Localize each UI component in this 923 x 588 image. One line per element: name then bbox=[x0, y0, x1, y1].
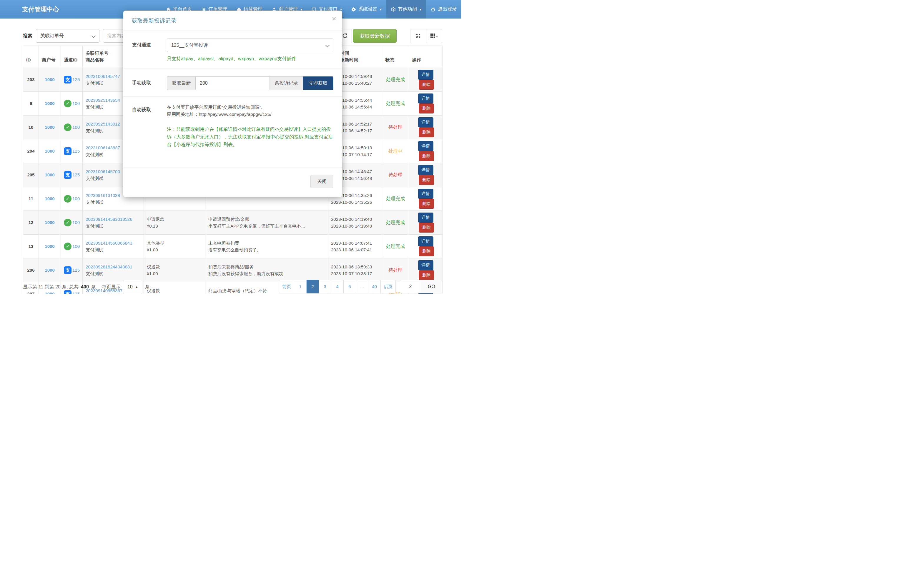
delete-button[interactable]: 删除 bbox=[419, 175, 434, 185]
order-number-link[interactable]: 20230916131038 bbox=[85, 193, 120, 198]
channel-section: 支付通道 125__支付宝投诉 只支持alipay、alipaysl、alipa… bbox=[123, 31, 342, 69]
modal-note: 注：只能获取到用户在【账单详情->对此订单有疑问->交易投诉】入口提交的投诉（大… bbox=[123, 118, 342, 167]
page-jump-go-button[interactable]: GO bbox=[421, 280, 442, 293]
merchant-link[interactable]: 1000 bbox=[45, 101, 54, 106]
order-number-link[interactable]: 20230925143654 bbox=[85, 98, 120, 103]
cell-id: 203 bbox=[23, 68, 39, 92]
fetch-count-input[interactable] bbox=[195, 77, 269, 90]
detail-button[interactable]: 详情 bbox=[418, 236, 434, 246]
cell-id: 12 bbox=[23, 211, 39, 234]
order-number-link[interactable]: 20231006143837 bbox=[85, 145, 120, 150]
order-number-link[interactable]: 20230925143012 bbox=[85, 121, 120, 126]
delete-button[interactable]: 删除 bbox=[419, 199, 434, 209]
merchant-link[interactable]: 1000 bbox=[45, 124, 54, 129]
detail-button[interactable]: 详情 bbox=[418, 117, 434, 127]
merchant-link[interactable]: 1000 bbox=[45, 220, 54, 225]
complaint-reason: 未充电但被扣费 bbox=[208, 240, 325, 246]
search-label: 搜索 bbox=[23, 33, 32, 39]
delete-button[interactable]: 删除 bbox=[419, 127, 434, 137]
fetch-complaints-modal: 获取最新投诉记录 × 支付通道 125__支付宝投诉 只支持alipay、ali… bbox=[123, 11, 342, 197]
complaint-type: 仅退款 bbox=[147, 264, 202, 270]
delete-button[interactable]: 删除 bbox=[419, 151, 434, 161]
detail-button[interactable]: 详情 bbox=[418, 165, 434, 175]
payment-channel-value: 125__支付宝投诉 bbox=[171, 43, 208, 49]
pager-page-button[interactable]: 后页 bbox=[381, 280, 396, 293]
payment-admin-page: 支付管理中心 平台首页 订单管理 结算管理 商户管理 支付接口 系统设置 其他功… bbox=[0, 0, 462, 294]
complaint-content: 扣费后没有获得该服务，助力没有成功 bbox=[208, 270, 325, 277]
merchant-link[interactable]: 1000 bbox=[45, 267, 54, 272]
status-badge: 处理完成 bbox=[386, 244, 405, 249]
detail-button[interactable]: 详情 bbox=[418, 189, 434, 199]
gear-icon bbox=[351, 7, 356, 12]
nav-item-gear[interactable]: 系统设置 bbox=[347, 0, 386, 18]
pager-page-button[interactable]: 2 bbox=[307, 280, 319, 293]
pager-page-button[interactable]: 3 bbox=[319, 280, 331, 293]
complaint-time: 2023-10-06 13:59:33 bbox=[331, 264, 379, 270]
merchant-link[interactable]: 1000 bbox=[45, 149, 54, 154]
auto-fetch-label: 自动获取 bbox=[132, 104, 167, 118]
detail-button[interactable]: 详情 bbox=[418, 141, 434, 151]
manual-fetch-label: 手动获取 bbox=[132, 77, 167, 90]
delete-button[interactable]: 删除 bbox=[419, 80, 434, 90]
channel-id: 125 bbox=[72, 267, 80, 274]
column-header: 操作 bbox=[409, 46, 442, 68]
delete-button[interactable]: 删除 bbox=[419, 223, 434, 233]
wechat-icon: ✓ bbox=[64, 100, 72, 107]
wechat-icon: ✓ bbox=[64, 219, 72, 226]
column-header: 商户号 bbox=[39, 46, 61, 68]
cell-id: 9 bbox=[23, 92, 39, 116]
pager-page-button[interactable]: 5 bbox=[344, 280, 356, 293]
order-number-link[interactable]: 2023091414550066843 bbox=[85, 241, 132, 246]
status-badge: 处理完成 bbox=[386, 220, 405, 225]
detail-button[interactable]: 详情 bbox=[418, 213, 434, 223]
product-name: 支付测试 bbox=[85, 270, 141, 277]
pager-page-button[interactable]: 1 bbox=[294, 280, 307, 293]
status-badge: 待处理 bbox=[388, 172, 402, 177]
page-jump-input[interactable] bbox=[400, 280, 421, 293]
nav-item-power[interactable]: 退出登录 bbox=[426, 0, 462, 18]
complaint-time: 2023-10-06 14:19:40 bbox=[331, 216, 379, 223]
wechat-icon: ✓ bbox=[64, 123, 72, 131]
columns-toggle-button[interactable]: ▾ bbox=[426, 29, 442, 43]
fetch-latest-data-button[interactable]: 获取最新数据 bbox=[353, 29, 397, 43]
merchant-link[interactable]: 1000 bbox=[45, 196, 54, 201]
delete-button[interactable]: 删除 bbox=[419, 270, 434, 280]
search-field-select[interactable]: 关联订单号 bbox=[36, 29, 99, 43]
pager-page-button[interactable]: 前页 bbox=[279, 280, 294, 293]
fullscreen-button[interactable] bbox=[410, 29, 426, 43]
order-number-link[interactable]: 20231006145747 bbox=[85, 74, 120, 79]
search-field-value: 关联订单号 bbox=[40, 33, 64, 39]
product-name: 支付测试 bbox=[85, 246, 141, 253]
order-number-link[interactable]: 20231006145700 bbox=[85, 169, 120, 174]
alipay-icon: 支 bbox=[64, 147, 72, 155]
payment-channel-select[interactable]: 125__支付宝投诉 bbox=[167, 39, 333, 52]
status-badge: 待处理 bbox=[388, 267, 402, 272]
status-badge: 待处理 bbox=[388, 124, 402, 129]
app-title[interactable]: 支付管理中心 bbox=[0, 5, 67, 13]
page-size-dropdown[interactable]: 10 bbox=[123, 280, 143, 294]
table-row: 206 1000 支125 2023092818244343881支付测试 仅退… bbox=[23, 259, 442, 282]
merchant-link[interactable]: 1000 bbox=[45, 77, 54, 82]
complaint-type: 仅退款 bbox=[147, 287, 202, 294]
fullscreen-icon bbox=[416, 33, 421, 39]
pager-page-button[interactable]: 40 bbox=[368, 280, 381, 293]
detail-button[interactable]: 详情 bbox=[418, 93, 434, 103]
detail-button[interactable]: 详情 bbox=[418, 70, 434, 80]
fetch-now-button[interactable]: 立即获取 bbox=[303, 77, 333, 90]
order-number-link[interactable]: 2023091414583018526 bbox=[85, 217, 132, 222]
order-number-link[interactable]: 2023092818244343881 bbox=[85, 264, 132, 269]
pager-page-button[interactable]: 4 bbox=[331, 280, 344, 293]
cell-id: 11 bbox=[23, 187, 39, 211]
merchant-link[interactable]: 1000 bbox=[45, 172, 54, 177]
merchant-link[interactable]: 1000 bbox=[45, 244, 54, 249]
delete-button[interactable]: 删除 bbox=[419, 103, 434, 113]
per-page-unit: 条 bbox=[145, 280, 149, 294]
refresh-icon bbox=[342, 33, 348, 40]
delete-button[interactable]: 删除 bbox=[419, 246, 434, 256]
alipay-icon: 支 bbox=[64, 266, 72, 274]
detail-button[interactable]: 详情 bbox=[418, 260, 434, 270]
channel-id: 100 bbox=[72, 195, 80, 202]
nav-item-cube[interactable]: 其他功能 bbox=[386, 0, 426, 18]
modal-close-button[interactable]: 关闭 bbox=[310, 175, 333, 188]
close-icon[interactable]: × bbox=[332, 15, 336, 22]
